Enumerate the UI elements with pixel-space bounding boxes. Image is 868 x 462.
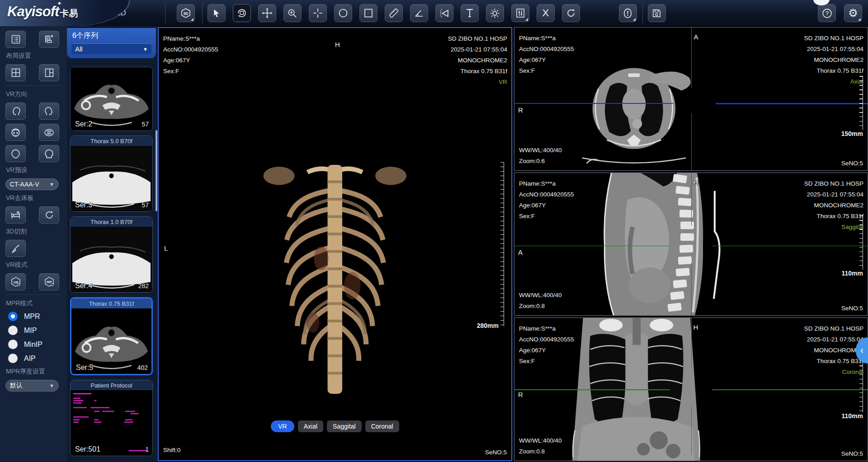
mpr-mode-radio-mip[interactable]: MIP: [8, 326, 67, 335]
rotate-3d-tool-button[interactable]: [233, 4, 251, 22]
crosshair-horizontal[interactable]: [712, 389, 868, 390]
cobb-angle-tool-button[interactable]: [435, 4, 453, 22]
reset-tool-button[interactable]: [562, 4, 580, 22]
series-item-2[interactable]: Ser:2 57: [70, 67, 153, 131]
volume-3d-button[interactable]: 3D: [177, 4, 195, 22]
section-layout-label: 布局设置: [6, 52, 67, 60]
crosshair-vertical[interactable]: [691, 173, 692, 226]
cut-3d-button[interactable]: [5, 240, 26, 257]
study-info-block: SD ZIBO NO.1 HOSP 2025-01-21 07:55:04 MO…: [448, 33, 507, 88]
pan-tool-button[interactable]: [258, 4, 276, 22]
mpr-column: PName:S***a AccNO:0004920555 Age:067Y Se…: [514, 27, 868, 461]
help-button[interactable]: ?: [818, 4, 836, 22]
crosshair-horizontal[interactable]: [514, 389, 670, 390]
series-item-501[interactable]: Patient Protocol: [70, 380, 153, 456]
window-level-tool-button[interactable]: [511, 4, 529, 22]
vr-viewport[interactable]: PName:S***a AccNO:0004920555 Age:067Y Se…: [158, 27, 512, 461]
crosshair-horizontal[interactable]: [514, 103, 673, 104]
cobb-angle-icon: [439, 8, 450, 19]
brightness-tool-button[interactable]: [486, 4, 504, 22]
series-item-4[interactable]: Thorax 1.0 B70f Ser:4 282: [70, 216, 153, 293]
chevron-down-icon: ▼: [49, 383, 54, 388]
bed-reset-button[interactable]: [39, 206, 59, 224]
viewer-app: ✦ Kayisoft卡易 3D 3D: [0, 0, 868, 462]
crosshair-vertical[interactable]: [691, 28, 692, 88]
angle-tool-button[interactable]: [410, 4, 428, 22]
layout-list-button[interactable]: [5, 31, 26, 48]
zoom-tool-button[interactable]: [283, 4, 302, 22]
dropdown-corner: [525, 18, 528, 21]
vr-rendering-image[interactable]: [243, 140, 427, 413]
patient-age: Age:067Y: [519, 55, 574, 65]
layout-close-button[interactable]: [39, 31, 59, 48]
vr-head-right-button[interactable]: [39, 103, 59, 120]
photometric: MONOCHROME2: [804, 55, 863, 65]
crosshair-horizontal[interactable]: [716, 103, 868, 104]
rectangle-tool-button[interactable]: [359, 4, 377, 22]
patient-age: Age:067Y: [519, 345, 574, 356]
mpr-mode-radio-minip[interactable]: MinIP: [8, 340, 67, 349]
sidebar-divider: [5, 294, 61, 295]
series-filter-select[interactable]: All ▼: [71, 43, 151, 54]
series-filter-value: All: [75, 45, 83, 53]
alert-tool-button[interactable]: [619, 4, 637, 22]
remove-bed-button[interactable]: [5, 206, 26, 224]
series-title: Patient Protocol: [71, 380, 152, 390]
layout-grid-button[interactable]: [5, 64, 26, 81]
crosshair-vertical[interactable]: [691, 318, 692, 368]
series-item-3[interactable]: Thorax 5.0 B70f Ser:3 57: [70, 135, 153, 212]
layout-split-button[interactable]: [39, 64, 59, 81]
patient-name: PName:S***a: [519, 178, 574, 189]
mpr-thickness-value: 默认: [10, 382, 23, 390]
series-item-5-selected[interactable]: Thorax 0.75 B31f Ser:5 402: [70, 297, 153, 375]
axial-viewport[interactable]: PName:S***a AccNO:0004920555 Age:067Y Se…: [514, 27, 868, 171]
view-type-label: VR: [448, 77, 507, 88]
mpr-mode-radio-mpr[interactable]: MPR: [8, 312, 67, 321]
crosshair-tool-button[interactable]: [309, 4, 327, 22]
crosshair-vertical[interactable]: [691, 113, 692, 170]
crosshair-horizontal[interactable]: [712, 246, 868, 247]
ruler-tool-button[interactable]: [385, 4, 403, 22]
scale-ruler: [859, 76, 863, 130]
patient-accno: AccNO:0004920555: [519, 334, 574, 345]
top-toolbar: ✦ Kayisoft卡易 3D 3D: [0, 0, 868, 26]
orientation-marker-top: H: [335, 41, 340, 48]
save-tool-button[interactable]: [648, 4, 666, 22]
series-count-label: 6个序列: [72, 31, 156, 41]
series-number: Ser:5: [76, 364, 93, 372]
text-tool-button[interactable]: [461, 4, 479, 22]
shift-value: Shift:0: [163, 445, 180, 456]
crosshair-vertical[interactable]: [691, 405, 692, 455]
settings-button[interactable]: ⚙: [844, 4, 862, 22]
text-icon: [464, 8, 475, 19]
reset-icon: [566, 8, 576, 19]
saggital-viewport[interactable]: PName:S***a AccNO:0004920555 Age:067Y Se…: [514, 173, 868, 316]
vr-head-top-button[interactable]: [5, 124, 26, 141]
crosshair-horizontal[interactable]: [514, 246, 670, 247]
help-icon: ?: [821, 8, 833, 19]
cursor-tool-button[interactable]: [208, 4, 226, 22]
vr-head-bottom-button[interactable]: [39, 124, 59, 141]
vr-mode-button[interactable]: VR: [5, 273, 26, 290]
close-tool-button[interactable]: X: [537, 4, 555, 22]
section-vr-preset-label: VR预设: [6, 166, 67, 174]
save-icon: [651, 8, 662, 19]
vr-button[interactable]: VR: [271, 420, 294, 432]
vr-head-left-button[interactable]: [5, 103, 26, 120]
coronal-viewport[interactable]: PName:S***a AccNO:0004920555 Age:067Y Se…: [514, 317, 868, 461]
orientation-marker-left: L: [164, 244, 168, 252]
scale-ruler: [500, 162, 504, 327]
ellipse-tool-button[interactable]: [334, 4, 352, 22]
series-panel: 6个序列 All ▼: [67, 26, 158, 462]
series-scrollbar[interactable]: [156, 130, 157, 211]
vr-head-back-button[interactable]: [39, 145, 59, 162]
coronal-button[interactable]: Coronal: [365, 420, 399, 432]
mpr-mode-radio-aip[interactable]: AIP: [8, 354, 67, 363]
mpr-thickness-select[interactable]: 默认 ▼: [5, 380, 59, 392]
mip-mode-button[interactable]: MIP: [39, 273, 59, 290]
saggital-button[interactable]: Saggital: [327, 420, 362, 432]
axial-button[interactable]: Axial: [298, 420, 323, 432]
crosshair-vertical[interactable]: [691, 263, 692, 316]
vr-head-front-button[interactable]: [5, 145, 26, 162]
vr-preset-select[interactable]: CT-AAA-V ▼: [5, 178, 59, 190]
